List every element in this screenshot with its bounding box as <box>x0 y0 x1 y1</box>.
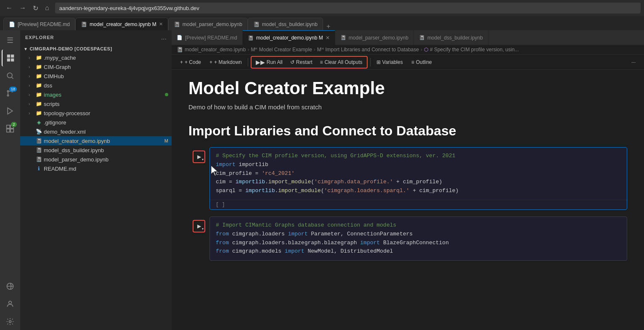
activity-search[interactable] <box>2 67 19 84</box>
outline-icon: ≡ <box>411 59 414 65</box>
breadcrumb-sep3: › <box>421 47 422 53</box>
variables-button[interactable]: ⊞ Variables <box>373 58 406 66</box>
run-all-icon: ▶▶ <box>256 59 265 66</box>
svg-point-0 <box>7 73 12 78</box>
activity-menu[interactable]: ☰ <box>2 32 19 49</box>
address-bar[interactable] <box>55 3 641 13</box>
tree-item-label: model_parser_demo.ipynb <box>44 156 109 163</box>
code-cell-2-body[interactable]: # Import CIMantic Graphs database connec… <box>209 216 627 261</box>
sidebar-menu-button[interactable]: ... <box>161 34 167 41</box>
breadcrumb: 📓 model_creator_demo.ipynb › Mᴴ Model Cr… <box>172 45 644 55</box>
editor-tab-preview[interactable]: 📄 [Preview] README.md <box>172 30 243 45</box>
run-chevron-icon: ▾ <box>202 158 204 161</box>
breadcrumb-file[interactable]: model_creator_demo.ipynb <box>185 47 246 53</box>
code-content-2: # Import CIMantic Graphs database connec… <box>210 217 627 260</box>
extensions-badge: 2 <box>11 122 17 127</box>
browser-tab-model-creator[interactable]: 📓 model_creator_demo.ipynb M ✕ <box>75 18 168 30</box>
notebook-icon: 📓 <box>35 147 42 153</box>
breadcrumb-code-ref[interactable]: # Specify the CIM profile version, usin.… <box>430 47 519 53</box>
browser-tab-preview[interactable]: 📄 [Preview] README.md <box>3 18 75 30</box>
svg-point-4 <box>7 95 8 96</box>
browser-tab-model-parser[interactable]: 📓 model_parser_demo.ipynb <box>168 18 248 30</box>
notebook-title: Model Creator Example <box>188 78 627 98</box>
tree-item-label: .mypy_cache <box>44 55 76 61</box>
more-icon: ··· <box>631 59 636 65</box>
editor-tab-model-parser[interactable]: 📓 model_parser_demo.ipynb <box>335 30 414 45</box>
reload-button[interactable]: ↻ <box>30 3 41 14</box>
cell-gutter-1: ▶ ▾ <box>188 147 209 210</box>
tree-item-cim-graph[interactable]: › 📁 CIM-Graph <box>20 62 172 71</box>
run-all-button[interactable]: ▶▶ Run All <box>252 58 286 67</box>
svg-point-2 <box>7 90 8 92</box>
cell-run-button-1[interactable]: ▶ ▾ <box>193 150 205 163</box>
activity-account[interactable] <box>2 296 19 312</box>
code-line-2-2: from cimgraph.loaders import Parameter, … <box>216 230 621 239</box>
folder-icon: 📁 <box>35 73 42 79</box>
breadcrumb-section1[interactable]: Mᴴ Model Creator Example <box>251 47 312 53</box>
run-icon2: ▶ <box>197 223 201 229</box>
variables-icon: ⊞ <box>376 59 381 65</box>
tree-item-model-creator[interactable]: › 📓 model_creator_demo.ipynb M <box>20 136 172 145</box>
tree-item-scripts[interactable]: › 📁 scripts <box>20 99 172 108</box>
breadcrumb-sep2: › <box>314 47 315 53</box>
activity-source-control[interactable]: 18 <box>2 85 19 102</box>
tree-item-cimhub[interactable]: › 📁 CIMHub <box>20 71 172 81</box>
add-code-button[interactable]: + + Code <box>177 58 204 66</box>
code-cell-1-body[interactable]: # Specify the CIM profile version, using… <box>209 147 627 210</box>
clear-all-outputs-button[interactable]: ≡ Clear All Outputs <box>316 58 366 67</box>
tree-item-gitignore[interactable]: › ◈ .gitignore <box>20 118 172 127</box>
editor-tabs: 📄 [Preview] README.md 📓 model_creator_de… <box>172 30 644 45</box>
code-cell-2: ▶ ▾ # Import CIMantic Graphs database co… <box>188 216 627 261</box>
notebook-section-title: Import Libraries and Connect to Database <box>188 123 627 139</box>
folder-icon: 📁 <box>35 55 42 61</box>
editor-tab-model-dss[interactable]: 📓 model_dss_builder.ipynb <box>414 30 488 45</box>
outline-button[interactable]: ≡ Outline <box>408 58 435 66</box>
code-line-2: import importlib <box>216 161 621 169</box>
restart-button[interactable]: ↺ Restart <box>287 58 316 67</box>
new-tab-button[interactable]: + <box>323 23 334 30</box>
tree-item-model-dss[interactable]: › 📓 model_dss_builder.ipynb <box>20 145 172 155</box>
sidebar-title: Explorer <box>25 35 54 40</box>
activity-extensions[interactable]: 2 <box>2 120 19 137</box>
tree-item-topology-processor[interactable]: › 📁 topology-processor <box>20 108 172 118</box>
code-line-2-1: # Import CIMantic Graphs database connec… <box>216 221 621 230</box>
tree-item-dss[interactable]: › 📁 dss <box>20 81 172 90</box>
activity-explorer[interactable] <box>2 50 19 66</box>
breadcrumb-section2[interactable]: Mᴴ Import Libraries and Connect to Datab… <box>317 47 419 53</box>
sidebar-content: ▼ CIMGRAPH-DEMO [CODESPACES] › 📁 .mypy_c… <box>20 45 172 330</box>
tree-item-readme[interactable]: › ℹ README.md <box>20 164 172 173</box>
rss-icon: 📡 <box>35 129 42 135</box>
tab-close-icon[interactable]: ✕ <box>159 21 163 27</box>
tree-root[interactable]: ▼ CIMGRAPH-DEMO [CODESPACES] <box>20 45 172 53</box>
folder-chevron: › <box>29 74 34 79</box>
tree-item-label: dss <box>44 82 52 89</box>
tree-root-chevron: ▼ <box>24 47 28 51</box>
tree-item-label: model_dss_builder.ipynb <box>44 147 104 153</box>
editor-tab-close-icon[interactable]: ✕ <box>326 35 330 41</box>
toolbar-separator <box>248 58 248 66</box>
editor-area: 📄 [Preview] README.md 📓 model_creator_de… <box>172 30 644 330</box>
restart-label: Restart <box>296 59 313 65</box>
cell-run-button-2[interactable]: ▶ ▾ <box>193 220 205 232</box>
more-button[interactable]: ··· <box>628 58 639 66</box>
code-line-5: sparql = importlib.import_module('cimgra… <box>216 187 621 195</box>
breadcrumb-sep1: › <box>247 47 249 53</box>
tree-item-demo-feeder[interactable]: › 📡 demo_feeder.xml <box>20 127 172 136</box>
folder-icon: 📁 <box>35 64 42 70</box>
activity-remote[interactable] <box>2 278 19 295</box>
tab-model-dss-label: model_dss_builder.ipynb <box>262 21 318 27</box>
browser-tab-model-dss[interactable]: 📓 model_dss_builder.ipynb <box>248 18 323 30</box>
add-markdown-button[interactable]: + + Markdown <box>206 58 245 66</box>
tree-item-mypy-cache[interactable]: › 📁 .mypy_cache <box>20 53 172 62</box>
back-button[interactable]: ← <box>3 3 15 13</box>
svg-rect-9 <box>11 129 14 132</box>
tree-item-model-parser[interactable]: › 📓 model_parser_demo.ipynb <box>20 155 172 164</box>
activity-run-debug[interactable] <box>2 103 19 119</box>
tree-item-images[interactable]: › 📁 images <box>20 90 172 99</box>
plus-icon2: + <box>209 59 212 65</box>
activity-settings[interactable] <box>2 313 19 330</box>
editor-tab-model-creator[interactable]: 📓 model_creator_demo.ipynb M ✕ <box>243 30 335 45</box>
forward-button[interactable]: → <box>17 3 29 13</box>
home-button[interactable]: ⌂ <box>42 3 52 13</box>
tree-item-label: CIM-Graph <box>44 64 71 70</box>
